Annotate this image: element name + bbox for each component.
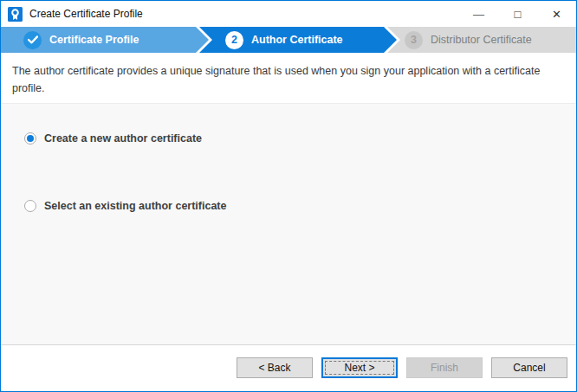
window-controls: — □ ✕ <box>459 1 576 27</box>
option-label: Create a new author certificate <box>44 132 202 145</box>
back-button[interactable]: < Back <box>237 357 313 378</box>
step-label: Certificate Profile <box>49 34 139 46</box>
close-button[interactable]: ✕ <box>537 1 576 27</box>
create-certificate-profile-window: Create Certificate Profile — □ ✕ Certifi… <box>0 0 577 392</box>
author-certificate-options: Create a new author certificate Select a… <box>1 104 576 344</box>
wizard-description-text: The author certificate provides a unique… <box>12 62 545 97</box>
step-certificate-profile: Certificate Profile <box>1 27 209 53</box>
wizard-description: The author certificate provides a unique… <box>1 53 576 104</box>
titlebar: Create Certificate Profile — □ ✕ <box>1 1 576 27</box>
step-author-certificate: 2 Author Certificate <box>199 27 397 53</box>
wizard-stepper: Certificate Profile 2 Author Certificate… <box>1 27 576 53</box>
radio-button-selected-icon[interactable] <box>24 132 36 145</box>
check-icon <box>23 31 42 49</box>
finish-button: Finish <box>406 357 483 378</box>
wizard-button-bar: < Back Next > Finish Cancel <box>1 344 576 391</box>
certificate-badge-icon <box>8 7 23 22</box>
step-number: 3 <box>405 31 423 49</box>
radio-select-existing-author-certificate[interactable]: Select an existing author certificate <box>24 200 576 212</box>
step-number: 2 <box>225 31 243 49</box>
step-distributor-certificate: 3 Distributor Certificate <box>387 27 576 53</box>
option-label: Select an existing author certificate <box>44 200 227 212</box>
step-label: Distributor Certificate <box>431 34 532 46</box>
window-title: Create Certificate Profile <box>29 8 143 20</box>
next-button[interactable]: Next > <box>321 357 398 378</box>
minimize-button[interactable]: — <box>459 1 498 27</box>
radio-create-new-author-certificate[interactable]: Create a new author certificate <box>24 132 576 145</box>
maximize-button[interactable]: □ <box>498 1 537 27</box>
radio-button-unselected-icon[interactable] <box>24 200 36 212</box>
cancel-button[interactable]: Cancel <box>491 357 567 378</box>
step-label: Author Certificate <box>251 34 343 46</box>
